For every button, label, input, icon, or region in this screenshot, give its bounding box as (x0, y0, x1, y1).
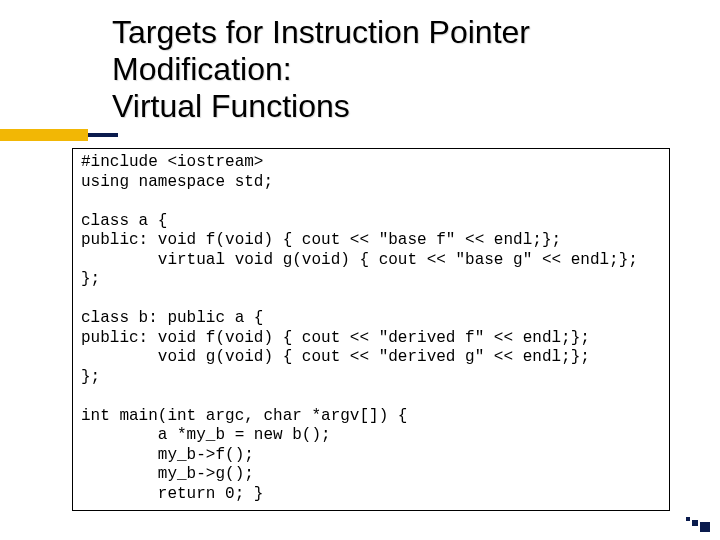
code-box: #include <iostream> using namespace std;… (72, 148, 670, 511)
deco-square-big (700, 522, 710, 532)
code-line: class a { (81, 212, 167, 230)
code-line: }; (81, 368, 100, 386)
code-line: a *my_b = new b(); (81, 426, 331, 444)
title-line-2: Modification: (112, 51, 292, 87)
code-line: class b: public a { (81, 309, 263, 327)
title-line-3: Virtual Functions (112, 88, 350, 124)
code-line: my_b->g(); (81, 465, 254, 483)
deco-square-mid (692, 520, 698, 526)
code-line: #include <iostream> (81, 153, 263, 171)
code-line: return 0; } (81, 485, 263, 503)
code-line: virtual void g(void) { cout << "base g" … (81, 251, 638, 269)
code-line: my_b->f(); (81, 446, 254, 464)
code-line: public: void f(void) { cout << "derived … (81, 329, 590, 347)
slide-title: Targets for Instruction Pointer Modifica… (112, 14, 680, 124)
deco-square-small (686, 517, 690, 521)
code-line: }; (81, 270, 100, 288)
code-content: #include <iostream> using namespace std;… (81, 153, 661, 504)
code-line: public: void f(void) { cout << "base f" … (81, 231, 561, 249)
accent-navy (88, 133, 118, 137)
code-line: void g(void) { cout << "derived g" << en… (81, 348, 590, 366)
title-line-1: Targets for Instruction Pointer (112, 14, 530, 50)
slide: Targets for Instruction Pointer Modifica… (0, 0, 720, 540)
code-line: int main(int argc, char *argv[]) { (81, 407, 407, 425)
accent-yellow (0, 129, 88, 141)
corner-decoration-icon (684, 514, 710, 532)
code-line: using namespace std; (81, 173, 273, 191)
title-heading: Targets for Instruction Pointer Modifica… (112, 14, 680, 124)
accent-bar (0, 129, 720, 141)
